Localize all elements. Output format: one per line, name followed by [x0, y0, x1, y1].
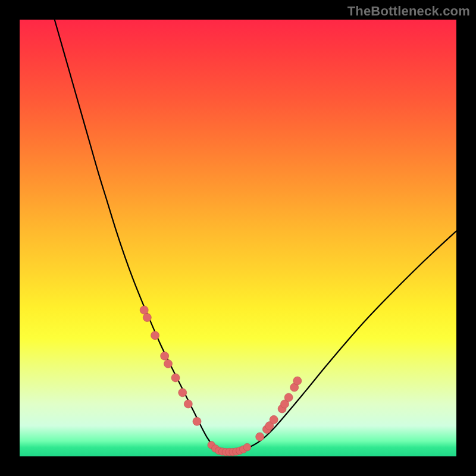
- curve-marker: [143, 314, 151, 322]
- curve-marker: [140, 306, 148, 314]
- curve-marker: [243, 443, 251, 451]
- bottleneck-curve-svg: [20, 20, 456, 456]
- curve-marker: [164, 359, 173, 368]
- bottleneck-curve: [55, 20, 456, 452]
- curve-marker: [270, 415, 278, 424]
- curve-marker: [184, 400, 192, 408]
- curve-marker: [193, 417, 201, 425]
- curve-marker: [293, 377, 302, 385]
- curve-marker: [178, 389, 187, 397]
- curve-marker: [171, 374, 180, 382]
- watermark-text: TheBottleneck.com: [347, 4, 470, 19]
- curve-marker: [151, 331, 159, 340]
- curve-markers: [140, 306, 302, 456]
- curve-marker: [161, 352, 169, 360]
- chart-container: TheBottleneck.com: [0, 0, 476, 476]
- curve-marker: [256, 433, 264, 441]
- plot-area: [20, 20, 456, 456]
- curve-marker: [284, 393, 293, 402]
